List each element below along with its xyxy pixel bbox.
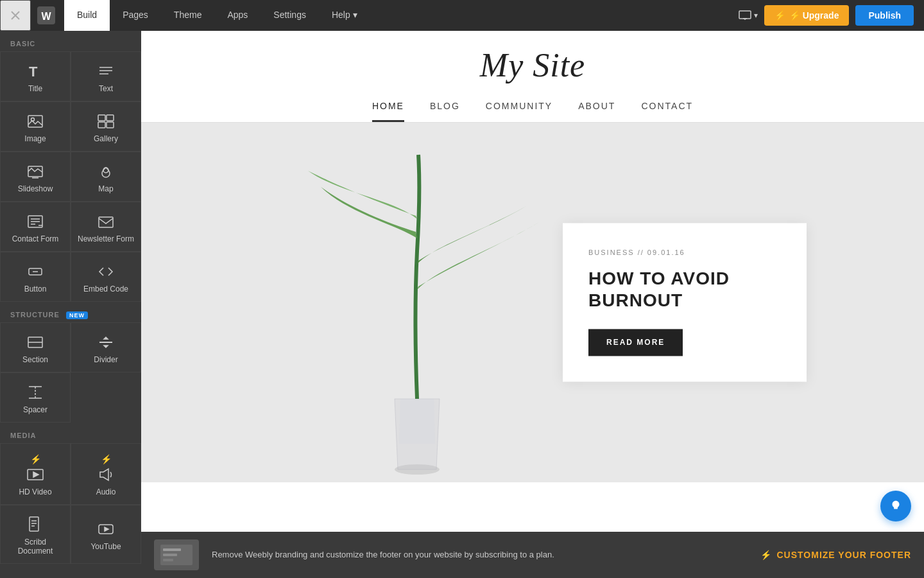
site-wrapper: My Site HOME BLOG COMMUNITY ABOUT CONTAC… bbox=[141, 31, 924, 545]
site-nav-home[interactable]: HOME bbox=[372, 101, 404, 122]
svg-marker-44 bbox=[105, 527, 108, 531]
bulb-icon bbox=[889, 499, 903, 513]
svg-rect-25 bbox=[99, 217, 113, 227]
footer-banner: Remove Weebly branding and customize the… bbox=[141, 532, 924, 578]
sidebar-item-text[interactable]: Text bbox=[71, 51, 141, 101]
sidebar-item-divider-label: Divider bbox=[94, 355, 117, 364]
sidebar-item-slideshow[interactable]: Slideshow bbox=[0, 152, 71, 202]
sidebar-item-newsletter-form[interactable]: Newsletter Form bbox=[71, 202, 141, 252]
sidebar-section-media: MEDIA bbox=[0, 423, 141, 443]
tab-theme[interactable]: Theme bbox=[161, 0, 215, 31]
site-nav-contact[interactable]: CONTACT bbox=[641, 101, 693, 122]
tab-help[interactable]: Help ▾ bbox=[319, 0, 370, 31]
sidebar-item-youtube[interactable]: YouTube bbox=[71, 505, 141, 564]
tab-settings[interactable]: Settings bbox=[261, 0, 319, 31]
sidebar-item-title[interactable]: T Title bbox=[0, 51, 71, 101]
site-nav: HOME BLOG COMMUNITY ABOUT CONTACT bbox=[141, 89, 924, 122]
svg-point-19 bbox=[103, 168, 108, 173]
new-badge: NEW bbox=[66, 311, 88, 319]
sidebar-item-hd-video[interactable]: ⚡ HD Video bbox=[0, 443, 71, 505]
sidebar-item-scribd-document[interactable]: Scribd Document bbox=[0, 505, 71, 564]
site-nav-about[interactable]: ABOUT bbox=[578, 101, 615, 122]
sidebar-item-section-label: Section bbox=[22, 355, 48, 364]
sidebar-item-embed-code-label: Embed Code bbox=[83, 285, 128, 293]
svg-rect-48 bbox=[163, 554, 177, 556]
sidebar-item-button-label: Button bbox=[24, 285, 47, 293]
svg-text:W: W bbox=[41, 11, 51, 22]
sidebar-item-gallery-label: Gallery bbox=[94, 134, 118, 143]
tab-build[interactable]: Build bbox=[64, 0, 110, 31]
sidebar-item-gallery[interactable]: Gallery bbox=[71, 101, 141, 152]
sidebar-structure-grid: Section Divider Spacer bbox=[0, 322, 141, 423]
sidebar-item-scribd-label: Scribd Document bbox=[6, 538, 65, 556]
svg-rect-4 bbox=[739, 11, 751, 19]
sidebar-item-slideshow-label: Slideshow bbox=[18, 184, 53, 193]
sidebar-item-map-label: Map bbox=[98, 184, 113, 193]
svg-marker-32 bbox=[104, 346, 108, 347]
sidebar-item-spacer-label: Spacer bbox=[23, 405, 47, 414]
svg-rect-15 bbox=[98, 122, 105, 128]
sidebar-item-button[interactable]: Button bbox=[0, 252, 71, 302]
sidebar: BASIC T Title Text Image Gallery Slidesh… bbox=[0, 31, 141, 578]
lightning-icon: ⚡ bbox=[760, 550, 772, 560]
top-nav: W Build Pages Theme Apps Settings Help ▾… bbox=[0, 0, 924, 31]
sidebar-section-structure: STRUCTURE NEW bbox=[0, 302, 141, 322]
nav-tabs: Build Pages Theme Apps Settings Help ▾ bbox=[64, 0, 370, 31]
sidebar-item-youtube-label: YouTube bbox=[90, 542, 121, 551]
tab-apps[interactable]: Apps bbox=[214, 0, 261, 31]
sidebar-item-contact-form-label: Contact Form bbox=[12, 234, 59, 243]
site-title: My Site bbox=[141, 46, 924, 84]
sidebar-item-audio[interactable]: ⚡ Audio bbox=[71, 443, 141, 505]
sidebar-item-text-label: Text bbox=[99, 84, 113, 93]
main-content: My Site HOME BLOG COMMUNITY ABOUT CONTAC… bbox=[141, 31, 924, 578]
sidebar-media-grid: ⚡ HD Video ⚡ Audio Scribd Document YouTu… bbox=[0, 443, 141, 564]
sidebar-item-spacer[interactable]: Spacer bbox=[0, 372, 71, 423]
svg-rect-49 bbox=[163, 559, 173, 561]
sidebar-item-image[interactable]: Image bbox=[0, 101, 71, 152]
sidebar-item-hd-video-label: HD Video bbox=[19, 487, 51, 496]
svg-rect-14 bbox=[107, 115, 114, 121]
footer-banner-image bbox=[160, 545, 193, 565]
sidebar-item-newsletter-form-label: Newsletter Form bbox=[78, 234, 134, 243]
hero-section: BUSINESS // 09.01.16 HOW TO AVOID BURNOU… bbox=[141, 123, 924, 482]
device-selector[interactable]: ▾ bbox=[739, 10, 758, 21]
site-nav-blog[interactable]: BLOG bbox=[430, 101, 460, 122]
read-more-button[interactable]: READ MORE bbox=[588, 329, 683, 356]
sidebar-item-audio-label: Audio bbox=[96, 487, 116, 496]
top-nav-right: ▾ ⚡ ⚡ Upgrade Publish bbox=[739, 5, 924, 26]
svg-marker-31 bbox=[104, 337, 108, 339]
customize-footer-button[interactable]: ⚡ CUSTOMIZE YOUR FOOTER bbox=[760, 550, 912, 560]
site-nav-community[interactable]: COMMUNITY bbox=[486, 101, 552, 122]
site-header: My Site HOME BLOG COMMUNITY ABOUT CONTAC… bbox=[141, 31, 924, 123]
blog-title: HOW TO AVOID BURNOUT bbox=[588, 268, 781, 311]
blog-card: BUSINESS // 09.01.16 HOW TO AVOID BURNOU… bbox=[563, 223, 807, 381]
help-fab[interactable] bbox=[880, 491, 911, 521]
svg-rect-47 bbox=[163, 548, 181, 551]
sidebar-item-image-label: Image bbox=[24, 134, 46, 143]
tab-pages[interactable]: Pages bbox=[110, 0, 161, 31]
svg-rect-39 bbox=[30, 517, 38, 531]
blog-meta: BUSINESS // 09.01.16 bbox=[588, 249, 781, 256]
svg-rect-11 bbox=[28, 116, 42, 127]
sidebar-basic-grid: T Title Text Image Gallery Slideshow Map… bbox=[0, 51, 141, 302]
hero-background bbox=[141, 123, 924, 482]
footer-banner-icon bbox=[154, 539, 199, 570]
sidebar-item-section[interactable]: Section bbox=[0, 322, 71, 372]
sidebar-item-divider[interactable]: Divider bbox=[71, 322, 141, 372]
svg-rect-13 bbox=[98, 115, 105, 121]
publish-button[interactable]: Publish bbox=[855, 5, 914, 26]
sidebar-item-title-label: Title bbox=[28, 84, 42, 93]
svg-marker-38 bbox=[100, 469, 108, 480]
upgrade-button[interactable]: ⚡ ⚡ Upgrade bbox=[764, 5, 850, 26]
svg-marker-37 bbox=[33, 472, 38, 477]
sidebar-section-basic: BASIC bbox=[0, 31, 141, 51]
sidebar-item-embed-code[interactable]: Embed Code bbox=[71, 252, 141, 302]
sidebar-item-map[interactable]: Map bbox=[71, 152, 141, 202]
weebly-logo: W bbox=[31, 0, 62, 31]
svg-rect-16 bbox=[107, 122, 114, 128]
plant-svg bbox=[141, 123, 924, 482]
sidebar-item-contact-form[interactable]: Contact Form bbox=[0, 202, 71, 252]
footer-banner-text: Remove Weebly branding and customize the… bbox=[212, 548, 748, 561]
close-button[interactable] bbox=[0, 0, 31, 31]
svg-text:T: T bbox=[29, 64, 38, 80]
